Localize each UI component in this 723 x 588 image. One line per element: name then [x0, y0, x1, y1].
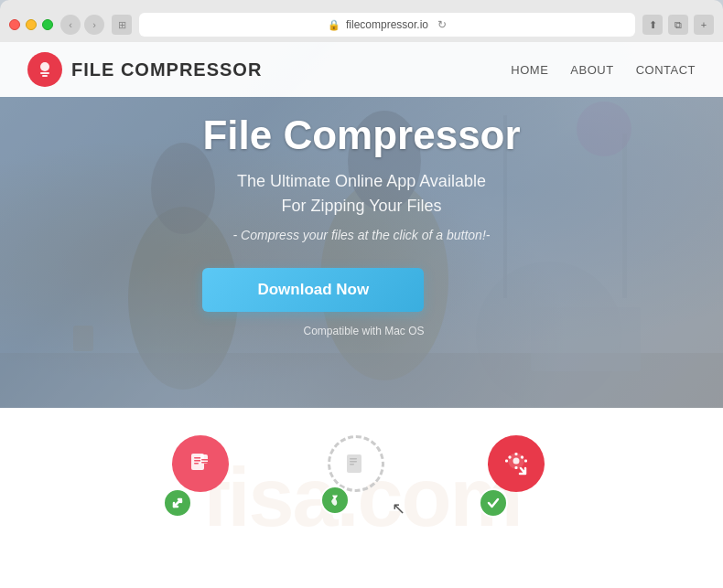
- close-button[interactable]: [9, 19, 20, 30]
- download-main-icon: [488, 435, 545, 492]
- svg-rect-29: [505, 460, 508, 463]
- brand: FILE COMPRESSOR: [27, 52, 262, 87]
- feature-dragdrop: ↖: [318, 435, 405, 522]
- svg-point-0: [40, 62, 49, 71]
- hero-content: File Compressor The Ultimate Online App …: [202, 112, 520, 337]
- expand-button[interactable]: +: [694, 15, 714, 35]
- webpage: FILE COMPRESSOR HOME ABOUT CONTACT: [0, 42, 723, 588]
- cursor-icon: ↖: [392, 498, 405, 519]
- address-bar[interactable]: 🔒 filecompressor.io ↻: [139, 13, 635, 37]
- compress-badge-icon: [163, 488, 192, 518]
- hero-tagline: - Compress your files at the click of a …: [202, 228, 520, 242]
- compatible-text: Compatible with Mac OS: [202, 325, 520, 337]
- nav-link-home[interactable]: HOME: [511, 63, 548, 77]
- download-badge-icon: [479, 488, 508, 518]
- nav-link-contact[interactable]: CONTACT: [636, 63, 696, 77]
- nav-links: HOME ABOUT CONTACT: [511, 63, 696, 77]
- brand-name: FILE COMPRESSOR: [71, 59, 262, 80]
- dragdrop-main-icon: [328, 435, 384, 492]
- svg-rect-23: [350, 461, 357, 463]
- dragdrop-badge-icon: [320, 486, 350, 515]
- svg-rect-1: [40, 72, 49, 74]
- feature-download: [479, 435, 561, 518]
- share-button[interactable]: ⬆: [642, 15, 663, 35]
- tab-grid-button[interactable]: ⊞: [112, 15, 132, 35]
- svg-rect-30: [524, 460, 527, 463]
- navbar: FILE COMPRESSOR HOME ABOUT CONTACT: [0, 42, 723, 97]
- svg-rect-20: [201, 462, 209, 464]
- svg-rect-17: [194, 463, 199, 465]
- svg-rect-15: [194, 457, 201, 459]
- svg-rect-2: [42, 75, 48, 77]
- brand-logo: [27, 52, 62, 87]
- forward-button[interactable]: ›: [84, 15, 104, 35]
- svg-rect-24: [350, 464, 354, 465]
- svg-rect-28: [514, 466, 517, 469]
- svg-point-26: [513, 458, 519, 465]
- feature-compress: [163, 435, 245, 518]
- download-now-button[interactable]: Download Now: [202, 268, 424, 312]
- hero-subtitle: The Ultimate Online App Available For Zi…: [202, 169, 520, 219]
- svg-rect-27: [514, 453, 517, 455]
- features-section: fisa.com: [0, 408, 723, 588]
- nav-buttons: ‹ ›: [60, 15, 104, 35]
- hero-title: File Compressor: [202, 112, 520, 158]
- lock-icon: 🔒: [328, 19, 340, 31]
- feature-icon-group-1: [163, 435, 245, 518]
- traffic-lights: [9, 19, 53, 30]
- compress-main-icon: [172, 435, 229, 492]
- fullscreen-button[interactable]: [42, 19, 53, 30]
- browser-chrome: ‹ › ⊞ 🔒 filecompressor.io ↻ ⬆ ⧉ +: [0, 0, 723, 42]
- hero-section: File Compressor The Ultimate Online App …: [0, 42, 723, 408]
- refresh-icon: ↻: [437, 18, 447, 31]
- back-button[interactable]: ‹: [60, 15, 81, 35]
- svg-rect-16: [194, 460, 201, 462]
- nav-link-about[interactable]: ABOUT: [570, 63, 613, 77]
- svg-rect-19: [201, 459, 209, 461]
- new-tab-button[interactable]: ⧉: [668, 15, 688, 35]
- minimize-button[interactable]: [26, 19, 37, 30]
- feature-icon-group-3: [479, 435, 561, 518]
- url-text: filecompressor.io: [346, 18, 428, 31]
- feature-icon-group-2: ↖: [318, 435, 405, 522]
- svg-rect-22: [350, 458, 357, 460]
- svg-rect-21: [347, 454, 362, 473]
- browser-actions: ⬆ ⧉ +: [642, 15, 714, 35]
